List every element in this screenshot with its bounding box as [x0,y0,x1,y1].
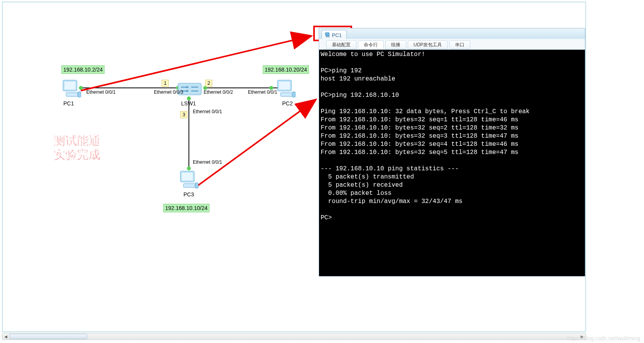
switch-port-right: Ethernet 0/0/2 [204,89,233,95]
horizontal-scrollbar[interactable]: ◀ ▶ [2,333,586,340]
window-tab-label: PC1 [332,32,342,38]
svg-rect-21 [182,173,193,180]
pc3-ip-label: 192.168.10.10/24 [163,204,209,212]
scrollbar-thumb[interactable] [9,334,87,339]
svg-rect-14 [78,92,81,97]
pc3-port-label: Ethernet 0/0/1 [193,159,222,165]
pc2-name: PC2 [282,100,293,107]
svg-rect-19 [292,92,295,97]
watermark-text: https://blog.csdn.net/wulitming [567,335,640,341]
pc2-ip-label: 192.168.10.20/24 [263,65,309,74]
pc1-icon[interactable] [61,78,82,100]
pc1-terminal-window: PC1 基础配置 命令行 组播 UDP发包工具 串口 Welcome to us… [319,28,585,277]
topology-canvas[interactable]: 192.168.10.2/24 PC1 Ethernet 0/0/1 LSW1 … [3,3,318,306]
window-tab-pc1[interactable]: PC1 [321,30,347,39]
scroll-left-arrow[interactable]: ◀ [2,333,9,340]
tab-row: 基础配置 命令行 组播 UDP发包工具 串口 [319,39,585,50]
svg-rect-18 [281,93,292,96]
link-2-label: 2 [205,80,212,87]
pc1-name: PC1 [63,100,74,107]
svg-rect-12 [65,82,75,89]
tab-udp-tool[interactable]: UDP发包工具 [408,40,448,49]
link-1-label: 1 [162,80,169,87]
switch-port-left: Ethernet 0/0/3 [154,89,183,95]
svg-rect-24 [325,33,329,35]
switch-icon[interactable] [177,80,202,98]
annotation-line2: 实验完成 [54,148,100,162]
svg-rect-23 [195,183,198,188]
pc3-name: PC3 [183,191,194,198]
link-3-label: 3 [180,111,187,118]
tab-serial[interactable]: 串口 [449,40,470,49]
terminal-output[interactable]: Welcome to use PC Simulator! PC>ping 192… [319,50,585,276]
pc2-icon[interactable] [275,78,297,100]
pc-icon [325,32,330,38]
window-title-bar[interactable]: PC1 [319,28,585,39]
pc2-port-label: Ethernet 0/0/1 [248,89,277,95]
tab-cli[interactable]: 命令行 [358,40,384,49]
topology-links [3,3,318,306]
switch-port-down: Ethernet 0/0/1 [193,109,222,114]
pc1-ip-label: 192.168.10.2/24 [61,65,105,74]
tab-basic-config[interactable]: 基础配置 [326,40,356,49]
svg-rect-22 [183,184,195,187]
pc1-port-label: Ethernet 0/0/1 [86,89,115,95]
annotation-line1: 测试能通 [54,134,100,148]
pc3-icon[interactable] [178,169,200,191]
svg-rect-13 [66,93,78,96]
svg-rect-17 [279,82,290,89]
switch-name: LSW1 [181,100,196,107]
annotation-text: 测试能通 实验完成 [54,134,100,162]
svg-rect-25 [326,36,329,37]
tab-multicast[interactable]: 组播 [385,40,406,49]
